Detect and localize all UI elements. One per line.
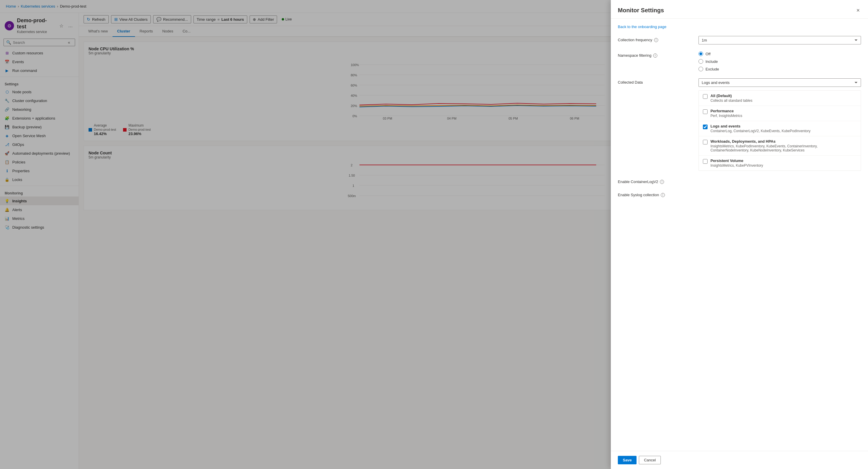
collection-frequency-label: Collection frequency i xyxy=(618,36,694,42)
collected-data-row: Collected Data Logs and events All (Defa… xyxy=(618,78,861,171)
checkbox-all-default-input[interactable] xyxy=(703,94,708,99)
namespace-off-radio[interactable] xyxy=(699,52,703,56)
containerlogv2-label: Enable ContainerLogV2 i xyxy=(618,178,694,184)
panel-header: Monitor Settings × xyxy=(611,0,868,19)
collection-frequency-info-icon[interactable]: i xyxy=(654,38,658,42)
collected-data-label: Collected Data xyxy=(618,78,694,85)
namespace-filtering-control: Off Include Exclude xyxy=(699,52,861,71)
collected-data-select[interactable]: Logs and events All (Default) Performanc… xyxy=(699,78,861,87)
cancel-button[interactable]: Cancel xyxy=(639,456,660,464)
checkbox-performance[interactable]: Performance Perf, InsightsMetrics xyxy=(699,106,861,121)
syslog-info-icon[interactable]: i xyxy=(661,193,665,197)
checkbox-persistent-volume-input[interactable] xyxy=(703,159,708,164)
checkbox-all-default[interactable]: All (Default) Collects all standard tabl… xyxy=(699,91,861,106)
namespace-include-option[interactable]: Include xyxy=(699,59,861,64)
collection-frequency-control: 1m 5m 10m 30m xyxy=(699,36,861,45)
collected-data-control: Logs and events All (Default) Performanc… xyxy=(699,78,861,171)
save-button[interactable]: Save xyxy=(618,456,637,464)
checkbox-performance-input[interactable] xyxy=(703,109,708,114)
panel-close-button[interactable]: × xyxy=(855,6,861,15)
syslog-label: Enable Syslog collection i xyxy=(618,191,694,197)
containerlogv2-row: Enable ContainerLogV2 i xyxy=(618,178,861,184)
checkbox-persistent-volume[interactable]: Persistent Volume InsightsMetrics, KubeP… xyxy=(699,155,861,171)
syslog-row: Enable Syslog collection i xyxy=(618,191,861,197)
namespace-radio-group: Off Include Exclude xyxy=(699,52,861,71)
collected-data-checkboxes: All (Default) Collects all standard tabl… xyxy=(699,90,861,171)
checkbox-logs-events[interactable]: Logs and events ContainerLog, ContainerL… xyxy=(699,121,861,136)
namespace-exclude-radio[interactable] xyxy=(699,67,703,71)
collection-frequency-row: Collection frequency i 1m 5m 10m 30m xyxy=(618,36,861,45)
namespace-filtering-info-icon[interactable]: i xyxy=(653,54,657,58)
panel-title: Monitor Settings xyxy=(618,7,664,14)
panel-footer: Save Cancel xyxy=(611,451,868,469)
panel-back-link[interactable]: Back to the onboarding page xyxy=(618,25,861,29)
namespace-filtering-label: Namespace filtering i xyxy=(618,52,694,58)
namespace-off-option[interactable]: Off xyxy=(699,52,861,56)
collection-frequency-select[interactable]: 1m 5m 10m 30m xyxy=(699,36,861,45)
checkbox-workloads-input[interactable] xyxy=(703,140,708,144)
checkbox-logs-events-input[interactable] xyxy=(703,124,708,129)
namespace-filtering-row: Namespace filtering i Off Include Exclu xyxy=(618,52,861,71)
namespace-exclude-option[interactable]: Exclude xyxy=(699,67,861,71)
monitor-settings-panel: Monitor Settings × Back to the onboardin… xyxy=(611,0,868,469)
panel-body: Back to the onboarding page Collection f… xyxy=(611,19,868,451)
namespace-include-radio[interactable] xyxy=(699,59,703,64)
checkbox-workloads[interactable]: Workloads, Deployments, and HPAs Insight… xyxy=(699,136,861,155)
containerlogv2-info-icon[interactable]: i xyxy=(660,180,664,184)
